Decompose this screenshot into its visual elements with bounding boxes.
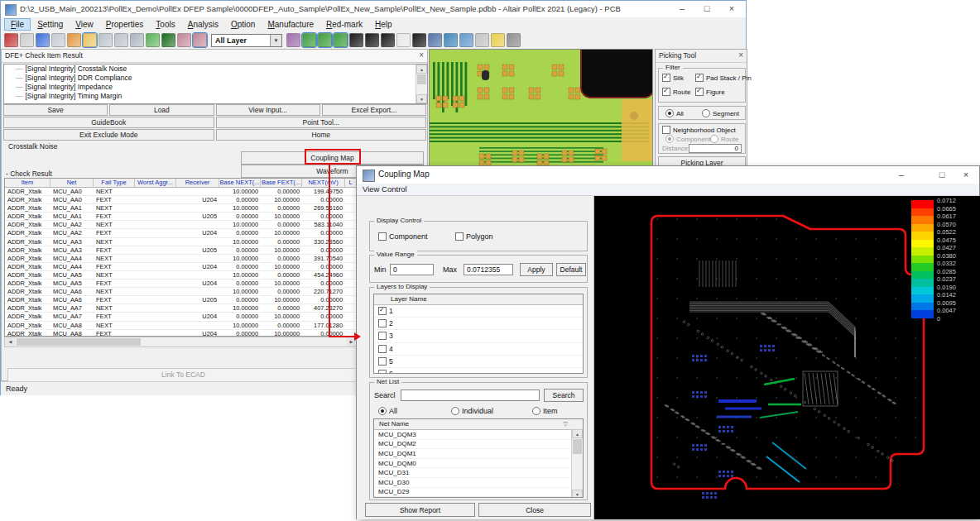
view-control-menu[interactable]: View Control <box>357 184 979 196</box>
close-icon[interactable]: × <box>738 50 743 60</box>
net-view-3-icon[interactable] <box>334 33 348 47</box>
table-row[interactable]: ADDR_XtalkMCU_AA3NEXT10.000000.00000330.… <box>5 238 357 246</box>
net-list-header[interactable]: Net Name ▽ <box>374 419 583 430</box>
net-row[interactable]: MCU_DQM2 <box>374 440 572 450</box>
tool-blank-icon[interactable] <box>475 33 489 47</box>
select-cursor-icon[interactable] <box>83 33 97 47</box>
tree-item[interactable]: —[Signal Integrity] Impedance <box>4 83 427 92</box>
layer-list[interactable]: Layer Name 123456 <box>373 294 584 374</box>
close-button[interactable]: Close <box>478 503 591 517</box>
layer-stack-icon[interactable] <box>412 33 426 47</box>
layer-row[interactable]: 2 <box>374 318 583 330</box>
action-button-exit-exclude-mode[interactable]: Exit Exclude Mode <box>3 129 214 141</box>
menu-item-properties[interactable]: Properties <box>100 19 150 30</box>
action-button-point-tool---[interactable]: Point Tool... <box>216 117 427 128</box>
table-row[interactable]: ADDR_XtalkMCU_AA1NEXT10.000000.00000269.… <box>5 204 357 213</box>
table-row[interactable]: ADDR_XtalkMCU_AA6NEXT10.000000.00000220.… <box>5 288 357 296</box>
tool-note-icon[interactable] <box>459 33 473 47</box>
checkbox-icon[interactable] <box>378 345 387 353</box>
close-icon[interactable]: × <box>954 166 978 184</box>
action-button-save[interactable]: Save <box>3 104 108 116</box>
action-button-home[interactable]: Home <box>216 129 427 141</box>
table-row[interactable]: ADDR_XtalkMCU_AA5FEXTU2040.0000010.00000… <box>5 280 357 288</box>
scroll-down-icon[interactable]: ▼ <box>572 490 583 498</box>
checkbox-icon[interactable] <box>378 307 387 315</box>
highlighter-icon[interactable] <box>67 33 81 47</box>
table-row[interactable]: ADDR_XtalkMCU_AA4NEXT10.000000.00000391.… <box>5 255 357 263</box>
filter-icon[interactable]: ▽ <box>564 419 568 428</box>
action-button-view-input---[interactable]: View Input... <box>216 104 320 116</box>
tool-check-icon[interactable] <box>428 33 442 47</box>
max-input[interactable]: 0.0712355 <box>464 264 513 275</box>
table-row[interactable]: ADDR_XtalkMCU_AA8FEXTU2040.0000010.00000… <box>5 330 357 337</box>
menu-item-manufacture[interactable]: Manufacture <box>262 19 319 30</box>
layer-inner-icon[interactable] <box>381 33 395 47</box>
net-row[interactable]: MCU_D29 <box>374 488 572 498</box>
menu-item-tools[interactable]: Tools <box>150 19 180 30</box>
capture-screen-icon[interactable] <box>146 33 160 47</box>
scroll-thumb[interactable] <box>417 74 426 84</box>
net-row[interactable]: MCU_D30 <box>374 478 572 488</box>
column-header[interactable]: Base FEXT(... <box>261 179 302 187</box>
table-row[interactable]: ADDR_XtalkMCU_AA7NEXT10.000000.00000407.… <box>5 304 357 313</box>
tip-lamp-icon[interactable] <box>491 33 505 47</box>
layer-bottom-icon[interactable] <box>365 33 379 47</box>
table-row[interactable]: ADDR_XtalkMCU_AA6FEXTU2050.0000010.00000… <box>5 296 357 304</box>
net-name-list[interactable]: Net Name ▽ MCU_DQM3MCU_DQM2MCU_DQM1MCU_D… <box>373 418 584 498</box>
polygon-checkbox[interactable]: Polygon <box>455 232 493 241</box>
minimize-icon[interactable]: – <box>670 1 694 17</box>
route-radio[interactable]: Route <box>710 135 738 143</box>
scroll-left-icon[interactable]: ◀ <box>5 337 16 347</box>
apply-button[interactable]: Apply <box>520 263 553 276</box>
layer-list-header[interactable]: Layer Name <box>374 294 583 305</box>
net-scrollbar[interactable]: ▲ ▼ <box>571 429 583 498</box>
tree-item[interactable]: —[Signal Integrity] Timing Margin <box>4 92 427 101</box>
close-icon[interactable]: × <box>419 50 424 60</box>
table-hscrollbar[interactable]: ◀ ▶ <box>4 337 358 347</box>
item-radio[interactable]: Item <box>532 407 558 415</box>
zoom-out-icon[interactable] <box>114 33 128 47</box>
menu-item-option[interactable]: Option <box>225 19 261 30</box>
table-row[interactable]: ADDR_XtalkMCU_AA8NEXT10.000000.00000177.… <box>5 322 357 330</box>
segment-radio[interactable]: Segment <box>702 109 739 117</box>
menu-item-file[interactable]: File <box>4 18 31 31</box>
tool-globe-icon[interactable] <box>444 33 458 47</box>
pad-stack-checkbox[interactable]: Pad Stack / Pin <box>695 74 752 82</box>
net-view-2-icon[interactable] <box>318 33 332 47</box>
menu-item-setting[interactable]: Setting <box>31 19 69 30</box>
table-row[interactable]: ADDR_XtalkMCU_AA5NEXT10.000000.00000454.… <box>5 271 357 280</box>
layer-view-icon[interactable] <box>193 33 207 47</box>
scroll-up-icon[interactable]: ▲ <box>572 429 583 438</box>
save-icon[interactable] <box>36 33 50 47</box>
scroll-thumb[interactable] <box>17 338 141 346</box>
menu-item-view[interactable]: View <box>70 19 99 30</box>
action-button-excel-export---[interactable]: Excel Export... <box>322 104 426 116</box>
column-header[interactable]: Worst Aggr... <box>135 179 176 187</box>
component-view-icon[interactable] <box>177 33 191 47</box>
layer-doc-icon[interactable] <box>396 33 411 47</box>
scroll-up-icon[interactable]: ▲ <box>416 65 427 74</box>
zoom-in-icon[interactable] <box>98 33 113 47</box>
layer-row[interactable]: 3 <box>374 330 583 342</box>
net-row[interactable]: MCU_DQM3 <box>374 430 572 440</box>
show-report-button[interactable]: Show Report <box>365 503 475 517</box>
checkbox-icon[interactable] <box>378 370 387 374</box>
layer-combobox[interactable]: All Layer▼ <box>211 34 282 47</box>
checkbox-icon[interactable] <box>378 319 387 327</box>
zoom-area-icon[interactable] <box>130 33 144 47</box>
figure-checkbox[interactable]: Figure <box>695 88 725 96</box>
layer-top-icon[interactable] <box>349 33 363 47</box>
minimize-icon[interactable]: – <box>889 166 914 184</box>
menu-item-help[interactable]: Help <box>369 19 398 30</box>
menu-item-analysis[interactable]: Analysis <box>182 19 224 30</box>
tree-item[interactable]: —[Signal Integrity] Crosstalk Noise <box>4 65 427 74</box>
search-button[interactable]: Search <box>544 389 584 402</box>
table-row[interactable]: ADDR_XtalkMCU_AA2NEXT10.000000.00000583.… <box>5 221 357 229</box>
table-row[interactable]: ADDR_XtalkMCU_AA7FEXTU2040.0000010.00000… <box>5 313 357 321</box>
maximize-icon[interactable]: □ <box>694 1 719 17</box>
action-button-guidebook[interactable]: GuideBook <box>3 117 214 128</box>
chevron-down-icon[interactable]: ▼ <box>270 35 281 46</box>
close-icon[interactable]: × <box>719 1 744 17</box>
dialog-titlebar[interactable]: Coupling Map – □ × <box>357 166 979 184</box>
column-header[interactable]: Base NEXT(... <box>219 179 261 187</box>
